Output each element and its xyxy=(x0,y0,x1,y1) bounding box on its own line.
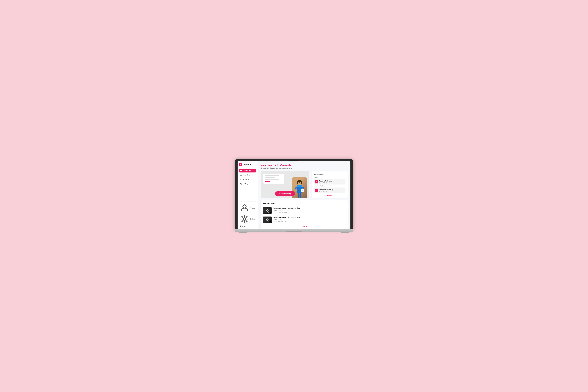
chat-icon xyxy=(240,178,242,180)
resume-name-2: Resume for Burnaby xyxy=(319,189,333,190)
video-duration-2: 21:34 xyxy=(268,221,272,222)
video-thumbnail-2: 21:34 xyxy=(263,216,272,223)
svg-point-4 xyxy=(243,205,246,208)
resume-card-title: My Resumes xyxy=(314,173,346,175)
monitor-icon xyxy=(240,174,242,176)
svg-point-22 xyxy=(298,190,299,191)
sidebar: + Onward Dashboard xyxy=(238,161,258,229)
resume-name-1: Resume for Burnaby xyxy=(319,180,333,182)
history-icon xyxy=(240,183,242,185)
laptop-foot-right xyxy=(341,232,349,233)
sidebar-item-account[interactable]: Account xyxy=(239,203,256,213)
nurse-svg xyxy=(294,178,306,198)
svg-point-11 xyxy=(297,181,298,184)
laptop-feet xyxy=(235,232,353,233)
play-icon-2 xyxy=(266,218,268,221)
history-title: Interview History xyxy=(263,202,346,204)
hero-card: Start Practicing xyxy=(261,171,310,198)
sidebar-item-settings[interactable]: Settings xyxy=(239,214,256,224)
video-thumbnail-1: 08:53 xyxy=(263,207,272,214)
resume-size-1: 94 KB of 94 KB xyxy=(319,182,333,183)
resume-recent-label: Recently added xyxy=(314,185,346,187)
svg-rect-14 xyxy=(302,187,304,189)
mock-ui-preview xyxy=(263,174,284,184)
svg-rect-24 xyxy=(300,193,301,198)
user-icon xyxy=(240,204,249,212)
laptop-base xyxy=(235,229,353,232)
resume-size-2: 94 KB of 94 KB xyxy=(319,190,333,192)
svg-point-15 xyxy=(295,190,297,191)
svg-rect-13 xyxy=(295,187,298,189)
video-duration-1: 08:53 xyxy=(268,212,272,213)
interview-history-section: Interview History 08:53 xyxy=(261,200,348,229)
home-icon xyxy=(240,170,242,172)
history-item-2[interactable]: 21:34 Burnaby General Practice Interview… xyxy=(263,215,346,224)
history-item-1[interactable]: 08:53 Burnaby General Practice Interview… xyxy=(263,206,346,215)
logo: + Onward xyxy=(239,163,256,166)
pdf-icon-2: PDF xyxy=(315,188,318,192)
history-item-meta-1: Length: 8:53 Date: October 25, 2024 xyxy=(274,210,300,214)
hero-row: Start Practicing My Resumes Default PDF xyxy=(261,171,348,198)
mock-line-3 xyxy=(265,179,279,180)
sidebar-item-history[interactable]: History xyxy=(239,182,256,186)
sidebar-item-mock-interview[interactable]: Mock Interview xyxy=(239,173,256,177)
welcome-title: Welcome back, Onwarder! xyxy=(261,164,348,167)
sidebar-bottom: Account Settings Sign out xyxy=(239,201,256,228)
svg-point-5 xyxy=(243,218,246,220)
main-content: Welcome back, Onwarder! Ready to take th… xyxy=(258,161,350,229)
logo-cross-icon: + xyxy=(240,163,242,166)
history-item-title-2: Burnaby General Practice Interview xyxy=(274,216,300,218)
gear-icon xyxy=(240,215,249,223)
start-practicing-button[interactable]: Start Practicing xyxy=(275,191,295,196)
signout-link[interactable]: Sign out xyxy=(239,225,256,227)
mock-line-2 xyxy=(265,177,276,178)
history-item-title-1: Burnaby General Practice Interview xyxy=(274,207,300,209)
resume-default-label: Default xyxy=(314,176,346,178)
pdf-icon-1: PDF xyxy=(315,180,318,184)
history-view-all-link[interactable]: View All xyxy=(263,226,346,227)
svg-rect-18 xyxy=(302,188,303,189)
resume-view-all-link[interactable]: View All xyxy=(314,194,346,196)
camera-notch xyxy=(289,160,299,161)
history-item-meta-2: Length: 21:14 Date: October 20, 2024 xyxy=(274,218,300,223)
resume-item-recent[interactable]: PDF Resume for Burnaby 94 KB of 94 KB xyxy=(314,188,346,193)
play-triangle-1 xyxy=(267,210,268,211)
mock-line-1 xyxy=(265,175,279,176)
resume-card: My Resumes Default PDF Resume for Burnab… xyxy=(312,171,348,198)
mock-button-preview xyxy=(265,181,270,182)
svg-point-12 xyxy=(301,181,302,184)
welcome-subtitle: Ready to take the next step in your nurs… xyxy=(261,167,348,169)
nav-menu: Dashboard Mock Interview xyxy=(239,168,256,201)
laptop-notch xyxy=(286,231,302,232)
sidebar-item-dashboard[interactable]: Dashboard xyxy=(239,168,256,172)
svg-rect-0 xyxy=(240,174,242,176)
play-triangle-2 xyxy=(267,219,268,220)
sidebar-item-practice[interactable]: Practice xyxy=(239,178,256,181)
svg-rect-23 xyxy=(298,193,300,198)
logo-text: Onward xyxy=(243,163,251,166)
welcome-section: Welcome back, Onwarder! Ready to take th… xyxy=(261,164,348,169)
laptop-foot-left xyxy=(239,232,247,233)
play-icon-1 xyxy=(266,209,268,212)
resume-item-default[interactable]: PDF Resume for Burnaby 94 KB of 94 KB xyxy=(314,179,346,184)
